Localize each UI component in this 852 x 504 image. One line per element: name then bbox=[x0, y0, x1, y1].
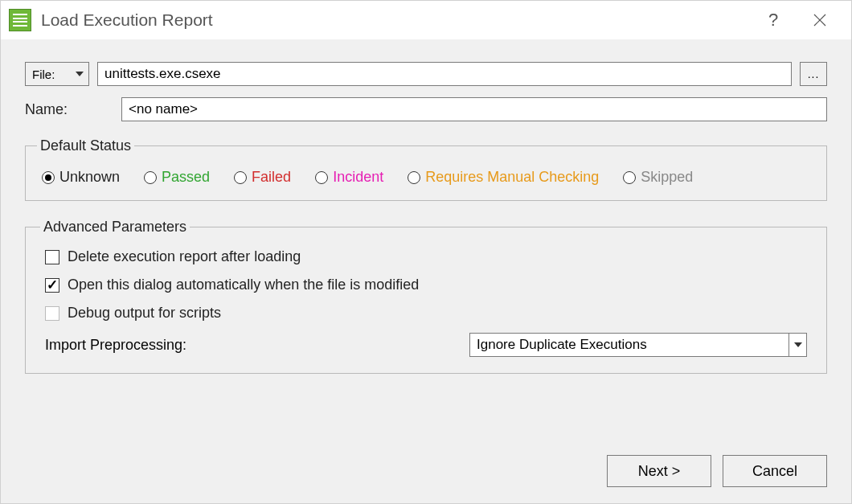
import-preprocessing-label: Import Preprocessing: bbox=[45, 337, 469, 354]
checkbox-label-open-auto: Open this dialog automatically when the … bbox=[68, 277, 419, 293]
checkbox-open-auto[interactable] bbox=[45, 278, 59, 293]
radio-icon bbox=[408, 171, 420, 184]
radio-icon bbox=[623, 171, 636, 184]
radio-label-failed: Failed bbox=[252, 169, 291, 186]
next-button[interactable]: Next > bbox=[607, 455, 711, 487]
checkbox-label-delete-after: Delete execution report after loading bbox=[68, 248, 301, 265]
checkbox-label-debug-output: Debug output for scripts bbox=[68, 305, 221, 322]
radio-label-rmc: Requires Manual Checking bbox=[425, 169, 599, 186]
radio-label-incident: Incident bbox=[333, 169, 383, 186]
checkbox-delete-after[interactable] bbox=[45, 250, 59, 264]
default-status-legend: Default Status bbox=[37, 137, 134, 154]
window-title: Load Execution Report bbox=[41, 10, 761, 30]
titlebar: Load Execution Report ? bbox=[1, 1, 851, 39]
chevron-down-icon bbox=[76, 72, 84, 76]
file-input[interactable] bbox=[97, 62, 792, 86]
dialog-window: Load Execution Report ? File: ... Name: … bbox=[0, 0, 852, 504]
advanced-legend: Advanced Parameters bbox=[40, 219, 190, 236]
name-label: Name: bbox=[25, 101, 113, 118]
radio-label-unknown: Unknown bbox=[59, 169, 120, 186]
radio-passed[interactable]: Passed bbox=[144, 169, 210, 186]
radio-skipped[interactable]: Skipped bbox=[623, 169, 693, 186]
name-input[interactable] bbox=[121, 97, 827, 121]
checkbox-debug-output bbox=[45, 306, 59, 321]
help-icon[interactable]: ? bbox=[761, 8, 785, 32]
file-label: File: bbox=[32, 68, 55, 81]
app-icon bbox=[9, 9, 31, 31]
chevron-down-icon bbox=[789, 334, 806, 356]
radio-icon bbox=[315, 171, 328, 184]
radio-icon bbox=[42, 171, 55, 184]
import-preprocessing-value: Ignore Duplicate Executions bbox=[477, 337, 647, 353]
radio-incident[interactable]: Incident bbox=[315, 169, 383, 186]
close-icon[interactable] bbox=[808, 8, 832, 32]
radio-requires-manual-checking[interactable]: Requires Manual Checking bbox=[408, 169, 599, 186]
file-label-combo[interactable]: File: bbox=[25, 62, 89, 86]
radio-icon bbox=[234, 171, 247, 184]
radio-label-skipped: Skipped bbox=[641, 169, 693, 186]
advanced-parameters-group: Advanced Parameters Delete execution rep… bbox=[25, 219, 827, 374]
radio-icon bbox=[144, 171, 157, 184]
cancel-button[interactable]: Cancel bbox=[723, 455, 827, 487]
dialog-content: File: ... Name: Default Status Unknown P… bbox=[1, 39, 851, 503]
browse-button[interactable]: ... bbox=[800, 62, 827, 86]
radio-failed[interactable]: Failed bbox=[234, 169, 291, 186]
radio-label-passed: Passed bbox=[162, 169, 210, 186]
radio-unknown[interactable]: Unknown bbox=[42, 169, 120, 186]
default-status-group: Default Status Unknown Passed Failed Inc… bbox=[25, 137, 827, 201]
import-preprocessing-select[interactable]: Ignore Duplicate Executions bbox=[469, 333, 807, 357]
